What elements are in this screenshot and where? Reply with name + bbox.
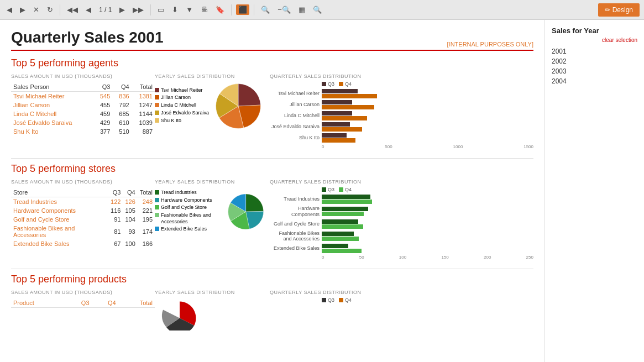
agents-pie-container: Tsvi Michael ReiterJillian CarsonLinda C… (155, 81, 265, 131)
ffwd-button[interactable]: ▶▶ (130, 4, 146, 15)
table-cell: 455 (93, 101, 112, 109)
legend-color (155, 103, 159, 107)
legend-color (155, 205, 159, 209)
legend-color (155, 213, 159, 217)
table-cell: 887 (132, 127, 155, 136)
prev-button[interactable]: ◀ (83, 4, 93, 15)
bar-q3 (322, 219, 358, 224)
legend-label: Shu K Ito (161, 118, 181, 124)
products-content: SALES AMOUNT IN USD (THOUSANDS) Product … (11, 290, 533, 332)
agents-bar-chart: Tsvi Michael ReiterJillian CarsonLinda C… (270, 89, 533, 143)
table-cell: 166 (138, 239, 155, 248)
legend-label: Hardware Components (161, 197, 212, 204)
table-cell: 429 (93, 118, 112, 127)
bar-q4 (322, 105, 374, 109)
download-button[interactable]: ⬇ (170, 4, 180, 15)
agents-section: Top 5 performing agents SALES AMOUNT IN … (11, 57, 533, 149)
sidebar-year-item[interactable]: 2002 (552, 56, 637, 66)
table-cell: Tread Industries (11, 197, 108, 207)
stores-charts: YEARLY SALES DISTRIBUTION Tread Industri… (155, 179, 533, 260)
design-button[interactable]: ✏ Design (598, 3, 640, 17)
legend-label: Fashionable Bikes and Accessories (161, 212, 222, 225)
legend-item: Linda C Mitchell (155, 102, 209, 109)
filter-button[interactable]: ⬛ (236, 4, 249, 15)
stores-quarterly-label: QUARTERLY SALES DISTRIBUTION (270, 179, 533, 185)
products-yearly-chart: YEARLY SALES DISTRIBUTION (155, 290, 265, 332)
bar-q3 (322, 89, 358, 93)
agents-charts: YEARLY SALES DISTRIBUTION Tsvi Michael R… (155, 74, 533, 149)
table-row: Extended Bike Sales67100166 (11, 239, 155, 248)
table-cell: Linda C Mitchell (11, 109, 93, 118)
sidebar-year-item[interactable]: 2004 (552, 76, 637, 86)
bar-label: Linda C Mitchell (270, 113, 320, 119)
table-row: Jillian Carson4557921247 (11, 101, 155, 109)
bar-group (322, 122, 362, 132)
zoom-in-button[interactable]: 🔍 (259, 4, 272, 15)
table-row: Golf and Cycle Store91104195 (11, 215, 155, 224)
title-divider (11, 50, 533, 51)
legend-label: Tsvi Michael Reiter (161, 87, 203, 94)
table-cell: 377 (93, 127, 112, 136)
table-cell: 195 (138, 215, 155, 224)
rewind-button[interactable]: ◀◀ (65, 4, 80, 15)
back-button[interactable]: ◀ (4, 4, 14, 15)
stores-table-subtitle: SALES AMOUNT IN USD (THOUSANDS) (11, 179, 155, 185)
legend-label: Linda C Mitchell (161, 102, 196, 109)
legend-item: Tsvi Michael Reiter (155, 87, 209, 94)
table-cell: Shu K Ito (11, 127, 93, 136)
zoom-out-button[interactable]: −🔍 (275, 4, 293, 15)
bar-row: José Edvaldo Saraiva (270, 122, 533, 132)
sidebar-year-item[interactable]: 2001 (552, 46, 637, 56)
bar-q4 (322, 249, 362, 253)
bar-q4 (322, 212, 364, 216)
table-cell: Jillian Carson (11, 101, 93, 109)
table-cell: Extended Bike Sales (11, 239, 108, 248)
agents-table-area: SALES AMOUNT IN USD (THOUSANDS) Sales Pe… (11, 74, 155, 149)
sidebar-year-item[interactable]: 2003 (552, 66, 637, 76)
agents-legend: Tsvi Michael ReiterJillian CarsonLinda C… (155, 87, 209, 125)
search-button[interactable]: 🔍 (311, 4, 324, 15)
bar-q3 (322, 195, 370, 199)
agents-q4-color (339, 82, 343, 86)
separator-4 (254, 4, 254, 15)
axis-label: 1000 (453, 144, 463, 149)
print-button[interactable]: 🖶 (198, 4, 210, 15)
bar-label: Fashionable Bikes and Accessories (270, 230, 320, 243)
next-button[interactable]: ▶ (117, 4, 127, 15)
axis-label: 50 (359, 255, 364, 260)
bar-row: Hardware Components (270, 206, 533, 218)
forward-button[interactable]: ▶ (18, 4, 28, 15)
internal-note: [INTERNAL PURPOSES ONLY] (447, 41, 533, 48)
table-row: Tsvi Michael Reiter5458361381 (11, 92, 155, 101)
refresh-button[interactable]: ↻ (45, 4, 55, 15)
pageview-button[interactable]: ▭ (155, 4, 166, 15)
bar-q4 (322, 116, 367, 120)
download-arrow-button[interactable]: ▼ (184, 4, 195, 15)
bar-row: Tsvi Michael Reiter (270, 89, 533, 98)
bar-q3 (322, 122, 350, 127)
legend-item: Tread Industries (155, 190, 222, 196)
bookmark-button[interactable]: 🔖 (213, 4, 227, 15)
table-cell: 1247 (132, 101, 155, 109)
agents-quarterly-chart: QUARTERLY SALES DISTRIBUTION Q3 Q4 T (270, 74, 533, 149)
agents-quarterly-label: QUARTERLY SALES DISTRIBUTION (270, 74, 533, 79)
agents-q4-label: Q4 (345, 81, 352, 87)
agents-table: Sales Person Q3 Q4 Total Tsvi Michael Re… (11, 82, 155, 136)
table-cell: 104 (123, 215, 137, 224)
axis-label: 150 (441, 255, 448, 260)
bar-row: Tread Industries (270, 195, 533, 204)
table-cell: 105 (123, 206, 137, 215)
page-indicator: 1 / 1 (99, 6, 112, 14)
clear-selection-link[interactable]: clear selection (552, 37, 637, 43)
bar-group (322, 244, 362, 253)
legend-item: Hardware Components (155, 197, 222, 204)
close-button[interactable]: ✕ (31, 4, 41, 15)
table-cell: 221 (138, 206, 155, 215)
agents-col-q3: Q3 (93, 82, 112, 92)
report-area[interactable]: Quarterly Sales 2001 [INTERNAL PURPOSES … (0, 20, 544, 362)
agents-bar-legend: Q3 Q4 (322, 81, 533, 87)
table-cell: Golf and Cycle Store (11, 215, 108, 224)
gallery-button[interactable]: ▦ (296, 4, 307, 15)
axis-label: 0 (322, 255, 324, 260)
stores-bar-chart: Tread IndustriesHardware ComponentsGolf … (270, 195, 533, 253)
